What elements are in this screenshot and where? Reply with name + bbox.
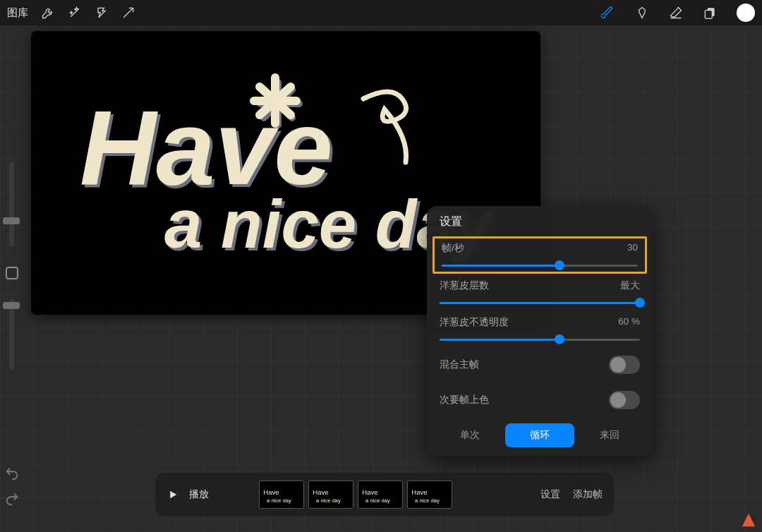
loop-mode-segmented: 单次 循环 来回 xyxy=(435,423,644,447)
svg-text:a nice day: a nice day xyxy=(415,497,440,504)
fps-slider[interactable] xyxy=(442,260,638,270)
arrow-icon[interactable] xyxy=(121,6,135,20)
animation-timeline-bar: 播放 Havea nice day Havea nice day Havea n… xyxy=(155,473,614,516)
frame-thumb[interactable]: Havea nice day xyxy=(308,480,353,509)
frame-thumb[interactable]: Havea nice day xyxy=(259,480,304,509)
onion-opacity-value: 60 % xyxy=(618,316,640,329)
fps-row-highlight: 帧/秒 30 xyxy=(433,236,647,274)
frame-thumb[interactable]: Havea nice day xyxy=(358,480,403,509)
blend-primary-toggle[interactable] xyxy=(609,356,640,374)
wand-icon[interactable] xyxy=(68,6,82,20)
panel-title: 设置 xyxy=(427,214,653,236)
blend-primary-label: 混合主帧 xyxy=(440,358,479,371)
watermark-icon xyxy=(741,512,756,528)
svg-text:a nice day: a nice day xyxy=(365,497,390,504)
loop-mode-loop[interactable]: 循环 xyxy=(505,423,575,447)
svg-text:a nice day: a nice day xyxy=(267,497,291,504)
modifier-button[interactable] xyxy=(6,267,18,279)
gallery-button[interactable]: 图库 xyxy=(7,6,28,20)
brush-opacity-slider[interactable] xyxy=(9,299,14,370)
svg-rect-1 xyxy=(705,11,712,19)
tint-secondary-toggle[interactable] xyxy=(609,391,640,409)
animation-settings-panel: 设置 帧/秒 30 洋葱皮层数 最大 洋葱皮不透明度 60 % 混合主帧 次要 xyxy=(427,206,653,456)
svg-text:Have: Have xyxy=(313,488,328,496)
onion-layers-value: 最大 xyxy=(620,279,640,292)
svg-text:Have: Have xyxy=(362,488,377,496)
svg-text:Have: Have xyxy=(411,488,427,496)
onion-opacity-slider[interactable] xyxy=(440,334,640,344)
redo-button[interactable] xyxy=(4,491,20,507)
frame-thumb[interactable]: Havea nice day xyxy=(407,480,452,509)
add-frame-button[interactable]: 添加帧 xyxy=(573,488,603,501)
svg-text:a nice day: a nice day xyxy=(316,497,341,504)
frame-strip: Havea nice day Havea nice day Havea nice… xyxy=(259,480,452,509)
onion-layers-label: 洋葱皮层数 xyxy=(440,279,489,292)
play-icon[interactable] xyxy=(167,488,179,501)
timeline-settings-button[interactable]: 设置 xyxy=(540,488,560,501)
smudge-icon[interactable] xyxy=(635,6,649,20)
brush-size-slider[interactable] xyxy=(9,162,14,247)
wrench-icon[interactable] xyxy=(41,6,55,20)
color-picker-button[interactable] xyxy=(737,4,755,22)
play-label[interactable]: 播放 xyxy=(189,488,209,501)
onion-opacity-label: 洋葱皮不透明度 xyxy=(440,316,509,329)
svg-text:Have: Have xyxy=(263,488,279,496)
fps-label: 帧/秒 xyxy=(442,242,464,255)
undo-button[interactable] xyxy=(4,466,20,481)
top-toolbar: 图库 xyxy=(0,0,762,25)
onion-layers-slider[interactable] xyxy=(440,298,640,308)
loop-mode-pingpong[interactable]: 来回 xyxy=(574,423,644,447)
side-slider-group xyxy=(2,162,21,370)
fps-value: 30 xyxy=(627,242,638,255)
loop-mode-once[interactable]: 单次 xyxy=(435,423,505,447)
layers-icon[interactable] xyxy=(703,6,717,20)
eraser-icon[interactable] xyxy=(669,6,683,20)
tint-secondary-label: 次要帧上色 xyxy=(440,394,489,406)
transform-icon[interactable] xyxy=(95,6,109,20)
brush-icon[interactable] xyxy=(601,6,615,20)
